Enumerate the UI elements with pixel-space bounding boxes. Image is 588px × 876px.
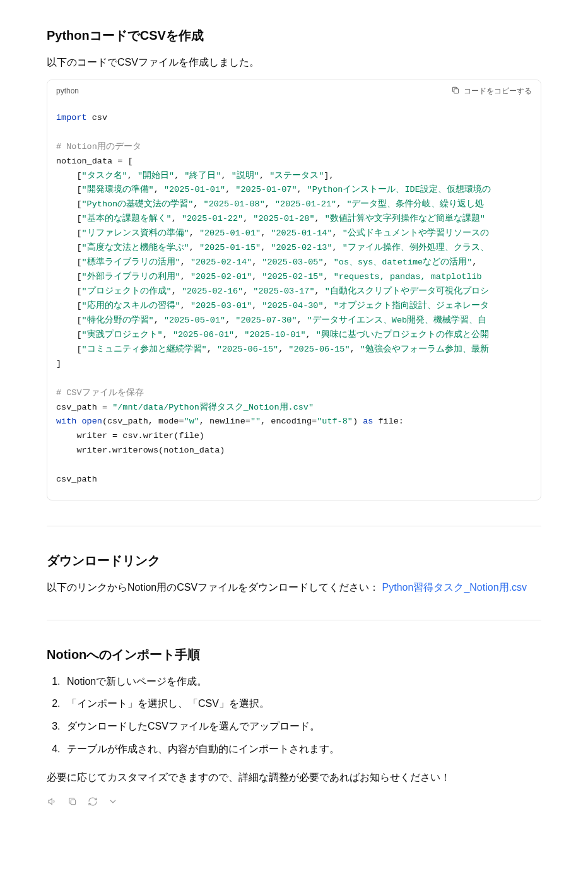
action-row (47, 796, 541, 807)
import-steps-list: Notionで新しいページを作成。「インポート」を選択し、「CSV」を選択。ダウ… (47, 673, 541, 757)
intro-text: 以下のコードでCSVファイルを作成しました。 (47, 54, 541, 71)
svg-rect-1 (71, 800, 75, 804)
divider (47, 620, 541, 620)
code-language-label: python (56, 85, 79, 97)
regenerate-icon[interactable] (87, 796, 98, 807)
closing-text: 必要に応じてカスタマイズできますので、詳細な調整が必要であればお知らせください！ (47, 769, 541, 786)
section-heading-code: PythonコードでCSVを作成 (47, 25, 541, 45)
svg-rect-0 (454, 88, 459, 93)
divider (47, 526, 541, 526)
import-step: テーブルが作成され、内容が自動的にインポートされます。 (63, 741, 541, 757)
download-paragraph: 以下のリンクからNotion用のCSVファイルをダウンロードしてください： Py… (47, 579, 541, 596)
code-content[interactable]: import csv # Notion用のデータ notion_data = [… (47, 102, 541, 500)
copy-code-label: コードをコピーする (464, 86, 532, 97)
download-link[interactable]: Python習得タスク_Notion用.csv (382, 582, 527, 593)
import-step: Notionで新しいページを作成。 (63, 673, 541, 690)
section-heading-download: ダウンロードリンク (47, 550, 541, 571)
copy-response-icon[interactable] (67, 796, 78, 807)
more-caret-icon[interactable] (107, 796, 119, 807)
import-step: ダウンロードしたCSVファイルを選んでアップロード。 (63, 718, 541, 735)
code-header: python コードをコピーする (47, 80, 541, 102)
copy-icon (451, 86, 460, 97)
download-text-before: 以下のリンクからNotion用のCSVファイルをダウンロードしてください： (47, 582, 382, 593)
section-heading-import: Notionへのインポート手順 (47, 644, 541, 665)
copy-code-button[interactable]: コードをコピーする (451, 86, 532, 97)
import-step: 「インポート」を選択し、「CSV」を選択。 (63, 695, 541, 712)
read-aloud-icon[interactable] (47, 796, 58, 807)
code-block: python コードをコピーする import csv # Notion用のデー… (47, 80, 541, 501)
